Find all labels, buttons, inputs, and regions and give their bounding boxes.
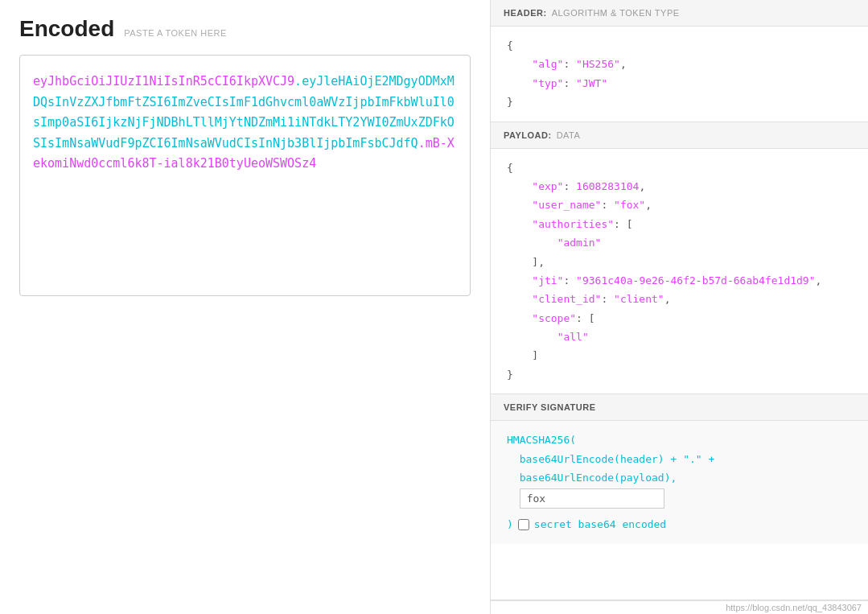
payload-section-body: { "exp": 1608283104, "user_name": "fox",… — [491, 149, 868, 394]
token-part1: eyJhbGciOiJIUzI1NiIsInR5cCI6IkpXVCJ9 — [33, 74, 294, 89]
payload-section-header: PAYLOAD: DATA — [491, 122, 868, 149]
checkbox-label: secret base64 encoded — [534, 515, 666, 534]
payload-subtitle: DATA — [557, 130, 581, 140]
verify-section-body: HMACSHA256( base64UrlEncode(header) + ".… — [491, 421, 868, 544]
left-panel-header: Encoded PASTE A TOKEN HERE — [19, 16, 471, 42]
payload-section: PAYLOAD: DATA { "exp": 1608283104, "user… — [491, 122, 868, 395]
main-layout: Encoded PASTE A TOKEN HERE eyJhbGciOiJIU… — [0, 0, 868, 614]
base64-header: base64UrlEncode(header) — [520, 453, 664, 465]
header-label: HEADER: — [504, 8, 547, 18]
header-section-body: { "alg": "HS256", "typ": "JWT" } — [491, 27, 868, 122]
hmac-line: HMACSHA256( — [507, 434, 576, 446]
payload-label: PAYLOAD: — [504, 130, 552, 140]
header-subtitle: ALGORITHM & TOKEN TYPE — [552, 8, 680, 18]
secret-input[interactable] — [520, 488, 664, 509]
base64-payload: base64UrlEncode(payload), — [520, 472, 677, 484]
token-dot2: . — [418, 136, 426, 150]
encoded-subtitle: PASTE A TOKEN HERE — [124, 28, 227, 38]
verify-section: VERIFY SIGNATURE HMACSHA256( base64UrlEn… — [491, 394, 868, 600]
encoded-title: Encoded — [19, 16, 114, 42]
header-section: HEADER: ALGORITHM & TOKEN TYPE { "alg": … — [491, 0, 868, 122]
header-section-header: HEADER: ALGORITHM & TOKEN TYPE — [491, 0, 868, 27]
close-paren: ) — [507, 515, 513, 534]
base64-checkbox[interactable] — [518, 519, 529, 530]
checkbox-row: ) secret base64 encoded — [507, 515, 852, 534]
encoded-token-box[interactable]: eyJhbGciOiJIUzI1NiIsInR5cCI6IkpXVCJ9.eyJ… — [19, 55, 471, 296]
verify-section-header: VERIFY SIGNATURE — [491, 394, 868, 421]
plus-sign: + "." + — [671, 453, 715, 465]
left-panel: Encoded PASTE A TOKEN HERE eyJhbGciOiJIU… — [0, 0, 491, 614]
token-dot1: . — [294, 74, 302, 89]
verify-label: VERIFY SIGNATURE — [504, 402, 596, 412]
watermark: https://blog.csdn.net/qq_43843067 — [491, 600, 868, 614]
right-panel: HEADER: ALGORITHM & TOKEN TYPE { "alg": … — [491, 0, 868, 614]
